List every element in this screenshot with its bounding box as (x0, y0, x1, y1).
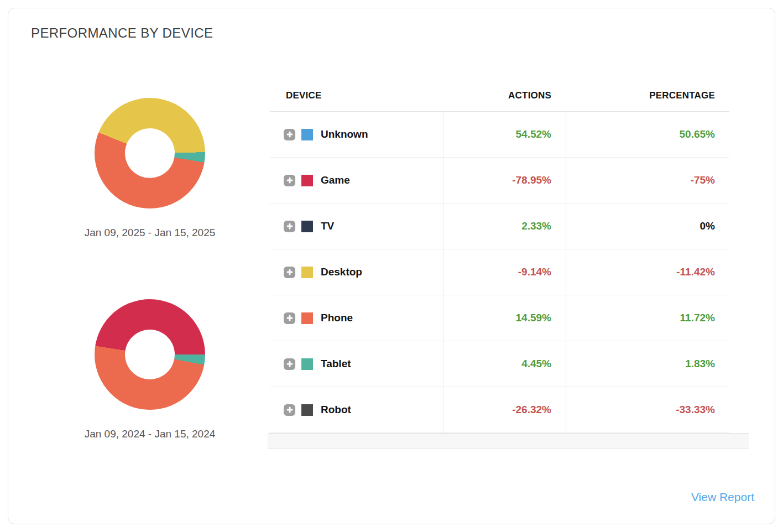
expand-row-button[interactable] (284, 358, 295, 370)
device-color-swatch (301, 404, 313, 416)
device-color-swatch (301, 358, 313, 370)
table-footer-strip (268, 433, 749, 448)
actions-value: -9.14% (443, 249, 566, 295)
donut-chart-block-2025: Jan 09, 2025 - Jan 15, 2025 (50, 98, 249, 239)
table-row: TV 2.33% 0% (270, 204, 729, 249)
device-color-swatch (301, 267, 313, 278)
card-title: PERFORMANCE BY DEVICE (31, 25, 213, 41)
actions-value: 14.59% (443, 295, 566, 341)
device-cell: Phone (270, 295, 443, 341)
donut-chart-2024 (95, 299, 205, 410)
percentage-value: -75% (566, 158, 729, 203)
actions-value: -26.32% (443, 387, 566, 432)
device-cell: Robot (270, 387, 443, 432)
donut-chart-2025 (95, 98, 205, 208)
device-label: TV (319, 220, 334, 232)
device-cell: Tablet (270, 341, 443, 387)
device-label: Unknown (319, 128, 368, 140)
table-row: Game -78.95% -75% (270, 158, 729, 204)
table-body: Unknown 54.52% 50.65% Game -78.95% -75% … (270, 112, 729, 433)
actions-value: 54.52% (443, 112, 566, 157)
actions-value: 2.33% (443, 204, 566, 249)
table-row: Robot -26.32% -33.33% (270, 387, 729, 433)
column-header-actions: ACTIONS (443, 71, 566, 111)
expand-row-button[interactable] (284, 312, 295, 324)
donut-caption-2025: Jan 09, 2025 - Jan 15, 2025 (50, 227, 249, 239)
device-label: Phone (319, 312, 353, 324)
table-row: Tablet 4.45% 1.83% (270, 341, 729, 387)
device-table: DEVICE ACTIONS PERCENTAGE Unknown 54.52%… (270, 71, 729, 448)
device-label: Game (319, 174, 350, 186)
percentage-value: -33.33% (566, 387, 729, 432)
donut-chart-block-2024: Jan 09, 2024 - Jan 15, 2024 (50, 299, 249, 440)
expand-row-button[interactable] (284, 404, 295, 416)
device-cell: Desktop (270, 249, 443, 295)
device-cell: Game (270, 158, 443, 203)
device-cell: Unknown (270, 112, 443, 157)
view-report-link[interactable]: View Report (691, 491, 754, 504)
percentage-value: 50.65% (566, 112, 729, 157)
percentage-value: 11.72% (566, 295, 729, 341)
expand-row-button[interactable] (284, 129, 295, 140)
percentage-value: -11.42% (566, 249, 729, 295)
percentage-value: 1.83% (566, 341, 729, 387)
table-row: Desktop -9.14% -11.42% (270, 249, 729, 295)
device-color-swatch (301, 175, 313, 186)
performance-by-device-card: PERFORMANCE BY DEVICE Jan 09, 2025 - Jan… (8, 8, 775, 524)
actions-value: -78.95% (443, 158, 566, 203)
donut-caption-2024: Jan 09, 2024 - Jan 15, 2024 (50, 428, 249, 440)
percentage-value: 0% (566, 204, 729, 249)
device-color-swatch (301, 221, 313, 232)
expand-row-button[interactable] (284, 175, 295, 186)
device-label: Robot (319, 404, 351, 416)
device-color-swatch (301, 312, 313, 324)
actions-value: 4.45% (443, 341, 566, 387)
expand-row-button[interactable] (284, 221, 295, 232)
device-color-swatch (301, 129, 313, 140)
table-row: Phone 14.59% 11.72% (270, 295, 729, 341)
column-header-percentage: PERCENTAGE (566, 71, 729, 111)
device-cell: TV (270, 204, 443, 249)
table-row: Unknown 54.52% 50.65% (270, 112, 729, 158)
column-header-device: DEVICE (270, 71, 443, 111)
table-header-row: DEVICE ACTIONS PERCENTAGE (270, 71, 729, 112)
device-label: Tablet (319, 358, 351, 370)
device-label: Desktop (319, 266, 362, 278)
expand-row-button[interactable] (284, 267, 295, 278)
